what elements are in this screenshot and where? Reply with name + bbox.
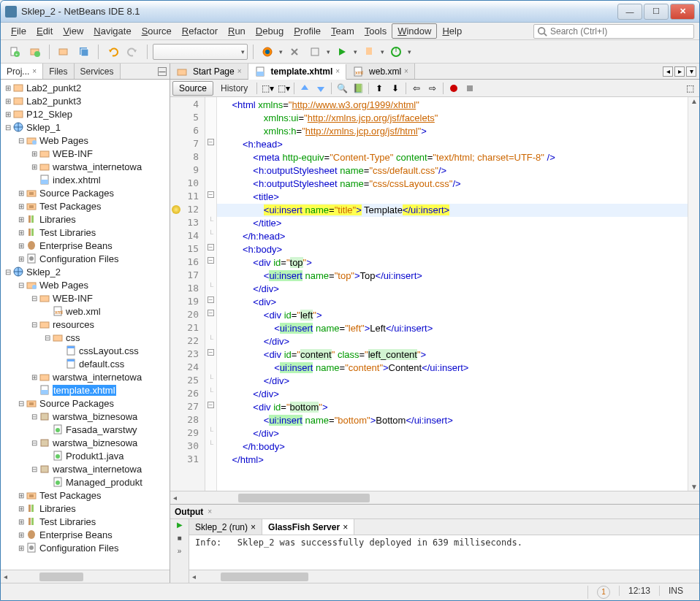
redo-button[interactable] [124,43,142,61]
collapse-icon[interactable]: ⊟ [4,268,12,276]
line-number[interactable]: 31 [170,453,205,467]
code-line[interactable]: <ui:insert name="left">Left</ui:insert> [217,322,688,335]
line-number[interactable]: 26 [170,388,205,401]
output-tab[interactable]: Sklep_2 (run)× [189,519,262,535]
code-line[interactable]: <div> [217,296,688,309]
build-button[interactable] [286,43,303,61]
bookmark-icon[interactable]: 📗 [351,81,365,96]
line-number[interactable]: 9 [170,164,205,177]
undo-button[interactable] [104,43,121,61]
toggle-highlight-icon[interactable]: 🔍 [335,81,349,96]
output-more-icon[interactable]: » [174,547,186,559]
profile-button[interactable] [387,43,405,61]
split-view-icon[interactable]: ⬚ [682,81,697,96]
minimize-panel-icon[interactable]: — [158,67,167,76]
collapse-icon[interactable]: ⊟ [30,321,39,329]
prev-bookmark-icon[interactable]: ⬆ [372,81,387,96]
code-line[interactable]: <h:head> [217,138,688,151]
expand-icon[interactable]: ⊞ [17,202,26,210]
tree-node[interactable]: ⊟css [1,331,170,344]
code-body[interactable]: <html xmlns="http://www.w3.org/1999/xhtm… [217,97,688,491]
expand-icon[interactable]: ⊞ [30,163,39,171]
code-line[interactable]: xmlns:h="http://xmlns.jcp.org/jsf/html"> [217,125,688,138]
line-gutter[interactable]: 4567891011121314151617181920212223242526… [170,97,205,491]
close-button[interactable]: ✕ [670,4,695,20]
tree-node[interactable]: ⊞Source Packages [1,186,170,199]
find-prev-icon[interactable] [297,81,312,96]
scrollbar-thumb[interactable] [221,573,308,581]
code-line[interactable]: </div> [217,388,688,401]
tab-close-icon[interactable]: × [251,522,256,532]
code-line[interactable]: <div id="bottom"> [217,401,688,414]
fold-collapse-icon[interactable]: − [205,138,216,151]
line-number[interactable]: 5 [170,112,205,125]
project-tree[interactable]: ⊞Lab2_punkt2⊞Lab2_punkt3⊞P12_Sklep⊟Sklep… [1,80,170,570]
tree-node[interactable]: ⊞Test Packages [1,199,170,213]
line-number[interactable]: 24 [170,361,205,375]
collapse-icon[interactable]: ⊟ [43,334,52,342]
fold-collapse-icon[interactable]: − [205,243,216,256]
tab-projects[interactable]: Proj...× [1,64,43,79]
code-line[interactable]: <title> [217,191,688,204]
tree-node[interactable]: ⊞P12_Sklep [1,107,170,120]
line-number[interactable]: 30 [170,440,205,453]
line-number[interactable]: 19 [170,296,205,309]
quick-search[interactable] [533,24,694,39]
code-line[interactable]: <meta http-equiv="Content-Type" content=… [217,151,688,164]
hint-bulb-icon[interactable] [172,205,180,214]
tree-node[interactable]: ⊟Web Pages [1,134,170,147]
tree-node[interactable]: ⊟Sklep_1 [1,120,170,134]
line-number[interactable]: 4 [170,99,205,112]
titlebar[interactable]: Sklep_2 - NetBeans IDE 8.1 — ☐ ✕ [1,1,699,23]
scrollbar-thumb[interactable] [238,494,370,502]
code-line[interactable]: <div id="top"> [217,256,688,269]
collapse-icon[interactable]: ⊟ [17,399,26,407]
line-number[interactable]: 13 [170,217,205,230]
menu-team[interactable]: Team [326,24,359,38]
expand-icon[interactable]: ⊞ [17,229,26,237]
output-log[interactable]: Info: Sklep_2 was successfully deployed … [189,535,699,570]
line-number[interactable]: 25 [170,375,205,388]
fold-column[interactable]: −−└└−−└−−└−└└−└└ [205,97,217,491]
output-close-icon[interactable]: × [208,508,212,516]
menu-profile[interactable]: Profile [289,24,326,38]
fold-collapse-icon[interactable]: − [205,401,216,414]
tree-node[interactable]: ⊞Configuration Files [1,541,170,554]
tree-node[interactable]: ⊞warstwa_internetowa [1,370,170,383]
menu-view[interactable]: View [58,24,88,38]
fold-collapse-icon[interactable]: − [205,348,216,361]
code-line[interactable]: <div id="content" class="left_content"> [217,348,688,361]
fold-collapse-icon[interactable]: − [205,296,216,309]
code-line[interactable]: <ui:insert name="top">Top</ui:insert> [217,269,688,283]
line-number[interactable]: 23 [170,348,205,361]
code-line[interactable]: </div> [217,283,688,296]
expand-icon[interactable]: ⊞ [17,531,26,539]
line-number[interactable]: 29 [170,427,205,440]
search-input[interactable] [550,26,691,37]
shift-left-icon[interactable]: ⇦ [409,81,424,96]
status-insert-mode[interactable]: INS [659,586,692,596]
next-bookmark-icon[interactable]: ⬇ [388,81,403,96]
expand-icon[interactable]: ⊞ [17,189,26,197]
expand-icon[interactable]: ⊞ [30,373,39,381]
code-line[interactable]: </h:body> [217,440,688,453]
line-number[interactable]: 21 [170,322,205,335]
line-number[interactable]: 22 [170,335,205,348]
browser-button[interactable] [259,43,276,61]
expand-icon[interactable]: ⊞ [17,215,26,223]
expand-icon[interactable]: ⊞ [4,97,12,105]
line-number[interactable]: 14 [170,230,205,243]
output-header[interactable]: Output × [170,505,699,519]
tab-list-icon[interactable]: ▾ [686,66,696,77]
line-number[interactable]: 18 [170,283,205,296]
find-next-icon[interactable] [313,81,328,96]
code-line[interactable]: <ui:insert name="content">Content</ui:in… [217,361,688,375]
expand-icon[interactable]: ⊞ [17,544,26,552]
editor-tab[interactable]: template.xhtml× [248,64,347,80]
menu-navigate[interactable]: Navigate [88,24,136,38]
tree-node[interactable]: ⊞Lab2_punkt3 [1,94,170,107]
tab-services[interactable]: Services [75,64,121,79]
editor-h-scrollbar[interactable]: ◂ [170,491,699,504]
collapse-icon[interactable]: ⊟ [30,439,39,447]
tab-close-icon[interactable]: × [237,67,242,75]
